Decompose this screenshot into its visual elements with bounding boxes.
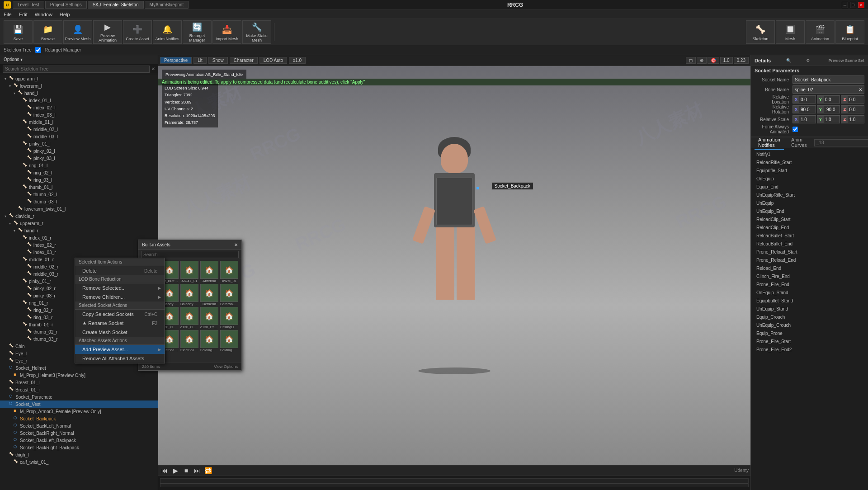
arrow-clavicle_r[interactable]: ▾ — [5, 214, 9, 218]
tree-item-Socket_BackLeft_Backpack[interactable]: ⬡ Socket_BackLeft_Backpack — [0, 437, 158, 444]
notify-item-unequip_end[interactable]: UnEquip_End — [751, 207, 868, 215]
notify-item-equip_end[interactable]: Equip_End — [751, 183, 868, 191]
make-static-mesh-toolbar-button[interactable]: 🔧Make Static Mesh — [242, 20, 271, 44]
ctx-item-remove-all-attached-assets[interactable]: Remove All Attached Assets — [75, 354, 165, 363]
scale-x-field[interactable]: X 1.0 — [793, 115, 816, 123]
search-input[interactable] — [3, 66, 150, 73]
ctx-item-copy-selected-sockets[interactable]: Copy Selected SocketsCtrl+C — [75, 310, 165, 319]
location-x-field[interactable]: X 0.0 — [793, 95, 816, 104]
notify-item-prone_fire_start[interactable]: Prone_Fire_Start — [751, 337, 868, 345]
tree-item-index_03_r[interactable]: 🦴 index_03_r — [0, 249, 158, 256]
tree-item-Socket_Helmet[interactable]: ⬡ Socket_Helmet — [0, 364, 158, 372]
notify-item-notify1[interactable]: Notify1 — [751, 150, 868, 158]
asset-search-input[interactable] — [141, 251, 239, 258]
tree-item-ring_03_l[interactable]: 🦴 ring_03_l — [0, 176, 158, 184]
title-tab-myanimblueprint[interactable]: MyAnimBlueprint — [145, 1, 189, 9]
anim-curves-tab[interactable]: Anim Curves — [788, 137, 811, 150]
import-mesh-toolbar-button[interactable]: 📥Import Mesh — [212, 20, 241, 44]
rotation-y-field[interactable]: Y -90.0 — [817, 105, 840, 113]
tree-item-index_02_r[interactable]: 🦴 index_02_r — [0, 241, 158, 249]
speed-button[interactable]: x1.0 — [289, 57, 306, 64]
menu-edit[interactable]: Edit — [19, 12, 28, 17]
menu-file[interactable]: File — [4, 12, 12, 17]
asset-item-c130_propeller[interactable]: 🏠 c130_Propeller — [200, 307, 219, 329]
play-button[interactable]: ▶ — [171, 467, 180, 474]
arrow-upperarm_l[interactable]: ▾ — [5, 77, 9, 81]
ctx-item-create-mesh-socket[interactable]: Create Mesh Socket — [75, 328, 165, 337]
tree-item-thigh_l[interactable]: 🦴 thigh_l — [0, 451, 158, 458]
asset-item-c130_cargo_door_02[interactable]: 🏠 c130_Cargo_Door_02 — [180, 307, 199, 329]
arrow-lowerarm_l[interactable]: ▾ — [9, 84, 14, 88]
scale-z-field[interactable]: Z 1.0 — [841, 115, 864, 123]
notify-item-onequip[interactable]: OnEquip — [751, 174, 868, 183]
show-button[interactable]: Show — [208, 57, 228, 64]
asset-item-antenna[interactable]: 🏠 Antenna — [200, 261, 219, 283]
vp-tool-1[interactable]: ◻ — [686, 57, 696, 64]
notify-item-unequip_stand[interactable]: UnEquip_Stand — [751, 305, 868, 313]
tree-item-Socket_BackRight_Normal[interactable]: ⬡ Socket_BackRight_Normal — [0, 429, 158, 437]
tree-item-upperarm_l[interactable]: ▾ 🦴 upperarm_l — [0, 75, 158, 82]
notify-search-input[interactable] — [814, 139, 868, 146]
character-button[interactable]: Character — [230, 57, 258, 64]
preview-mesh-toolbar-button[interactable]: 👤Preview Mesh — [63, 20, 92, 44]
asset-item-foldingchair[interactable]: 🏠 FoldingChair — [220, 330, 239, 352]
tree-item-pinky_03_l[interactable]: 🦴 pinky_03_l — [0, 155, 158, 162]
asset-item-balcony_straight[interactable]: 🏠 Balcony_Straight — [180, 284, 199, 306]
tree-item-Socket_BackLeft_Normal[interactable]: ⬡ Socket_BackLeft_Normal — [0, 422, 158, 429]
tree-item-Socket_BackRight_Backpack[interactable]: ⬡ Socket_BackRight_Backpack — [0, 444, 158, 451]
notify-item-reloadbullet_end[interactable]: ReloadBullet_End — [751, 240, 868, 248]
notify-item-equip_prone[interactable]: Equip_Prone — [751, 329, 868, 337]
search-icon-right[interactable]: 🔍 — [786, 58, 791, 63]
save-toolbar-button[interactable]: 💾Save — [4, 20, 33, 44]
arrow-upperarm_r[interactable]: ▾ — [9, 221, 14, 226]
tree-item-pinky_02_l[interactable]: 🦴 pinky_02_l — [0, 147, 158, 155]
lit-button[interactable]: Lit — [193, 57, 207, 64]
notify-item-equip_crouch[interactable]: Equip_Crouch — [751, 313, 868, 321]
asset-item-awm_01[interactable]: 🏠 AWM_01 — [220, 261, 239, 283]
asset-item-bathroom_light[interactable]: 🏠 Bathroom_Light — [220, 284, 239, 306]
rotation-x-field[interactable]: X 90.0 — [793, 105, 816, 113]
menu-window[interactable]: Window — [35, 12, 52, 17]
tree-item-upperarm_r[interactable]: ▾ 🦴 upperarm_r — [0, 220, 158, 227]
tree-item-hand_r[interactable]: ▾ 🦴 hand_r — [0, 227, 158, 234]
browse-toolbar-button[interactable]: 📁Browse — [33, 20, 62, 44]
minimize-button[interactable]: ─ — [842, 2, 848, 8]
tree-item-Socket_Backpack[interactable]: ⬡ Socket_Backpack — [0, 415, 158, 422]
tree-item-ring_01_l[interactable]: 🦴 ring_01_l — [0, 162, 158, 169]
rotation-z-field[interactable]: Z 0.0 — [841, 105, 864, 113]
tree-item-M_Prop_Helmet3_preview[interactable]: ◼ M_Prop_Helmet3 [Preview Only] — [0, 372, 158, 379]
vp-playback[interactable]: 0.23 — [734, 57, 749, 64]
tree-item-middle_02_l[interactable]: 🦴 middle_02_l — [0, 126, 158, 133]
tree-item-lowerarm_twist_01_l[interactable]: 🦴 lowerarm_twist_01_l — [0, 205, 158, 212]
stop-button[interactable]: ■ — [182, 467, 191, 474]
tree-item-pinky_01_l[interactable]: 🦴 pinky_01_l — [0, 140, 158, 147]
ctx-item-remove-selected[interactable]: Remove Selected... — [75, 283, 165, 292]
options-dropdown[interactable]: Options ▾ — [4, 57, 23, 62]
notify-item-unequiprifle_start[interactable]: UnEquipRifle_Start — [751, 191, 868, 199]
notify-item-equipbullet_stand[interactable]: Equipbullet_Stand — [751, 297, 868, 305]
skeleton-toolbar-button[interactable]: 🦴Skeleton — [746, 20, 775, 44]
title-tab-project-settings[interactable]: Project Settings — [45, 1, 87, 9]
tree-item-Breast_01_r[interactable]: 🦴 Breast_01_r — [0, 386, 158, 393]
tree-item-index_01_r[interactable]: 🦴 index_01_r — [0, 234, 158, 241]
notify-item-onequip_stand[interactable]: OnEquip_Stand — [751, 288, 868, 297]
tree-item-index_01_l[interactable]: 🦴 index_01_l — [0, 97, 158, 104]
tree-item-clavicle_r[interactable]: ▾ 🦴 clavicle_r — [0, 212, 158, 220]
arrow-hand_l[interactable]: ▾ — [14, 91, 18, 95]
settings-icon-right[interactable]: ⚙ — [806, 58, 810, 63]
tree-item-index_02_l[interactable]: 🦴 index_02_l — [0, 104, 158, 111]
close-button[interactable]: ✕ — [858, 2, 864, 8]
title-tab-level-test[interactable]: Level_Test — [13, 1, 44, 9]
notify-item-reload_end[interactable]: Reload_End — [751, 264, 868, 272]
tree-item-middle_01_l[interactable]: 🦴 middle_01_l — [0, 118, 158, 126]
tree-item-thumb_03_l[interactable]: 🦴 thumb_03_l — [0, 198, 158, 205]
title-tab-skj-female-skeleton[interactable]: SKJ_Female_Skeleton — [88, 1, 144, 9]
tree-item-index_03_l[interactable]: 🦴 index_03_l — [0, 111, 158, 118]
location-z-field[interactable]: Z 0.0 — [841, 95, 864, 104]
maximize-button[interactable]: □ — [850, 2, 856, 8]
notify-item-prone_reload_end[interactable]: Prone_Reload_End — [751, 256, 868, 264]
viewport-3d[interactable]: 八人素材 RRCG 八人素材 RRCG RRCG 八人素材 RRCG Previ… — [158, 66, 750, 465]
notify-item-unequip_crouch[interactable]: UnEquip_Crouch — [751, 321, 868, 329]
anim-notifies-tab[interactable]: Animation Notifies — [755, 137, 784, 150]
retarget-manager-toolbar-button[interactable]: 🔄Retarget Manager — [183, 20, 212, 44]
